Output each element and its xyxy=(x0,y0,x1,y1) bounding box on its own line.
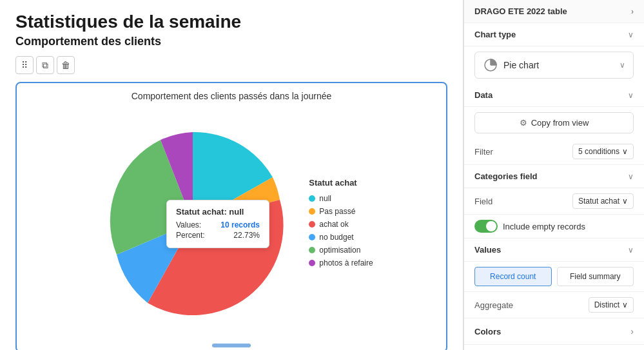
header-chevron-icon: › xyxy=(631,7,634,16)
legend-item-no-budget: no budget xyxy=(309,233,373,242)
pie-chart-icon xyxy=(483,57,498,73)
colors-arrow-icon: › xyxy=(630,326,634,336)
labels-section-row[interactable]: Labels ∨ xyxy=(464,345,644,350)
tooltip-percent-row: Percent: 22.73% xyxy=(176,231,260,240)
tooltip-percent-label: Percent: xyxy=(176,231,205,240)
chart-type-section-row[interactable]: Chart type ∨ xyxy=(464,23,644,46)
chart-area: Statut achat: null Values: 10 records Pe… xyxy=(24,106,438,338)
legend-item-optimisation: optimisation xyxy=(309,246,373,255)
field-label: Field xyxy=(474,197,493,206)
legend-item-pas-passe: Pas passé xyxy=(309,207,373,216)
legend-dot-optimisation xyxy=(309,247,315,253)
values-chevron-icon: ∨ xyxy=(628,246,634,255)
legend-label-achat-ok: achat ok xyxy=(319,220,348,229)
categories-chevron-icon: ∨ xyxy=(628,172,634,181)
page-title: Statistiques de la semaine xyxy=(0,0,463,35)
field-summary-button[interactable]: Field summary xyxy=(557,267,634,286)
aggregate-selector[interactable]: Distinct ∨ xyxy=(589,297,634,313)
legend-dot-achat-ok xyxy=(309,221,315,228)
scroll-indicator xyxy=(212,344,251,347)
aggregate-chevron-icon: ∨ xyxy=(622,300,628,309)
field-selector[interactable]: Statut achat ∨ xyxy=(572,193,634,209)
tooltip-values-label: Values: xyxy=(176,220,201,229)
chart-legend: Statut achat null Pas passé achat ok no … xyxy=(309,178,373,267)
include-empty-label: Include empty records xyxy=(503,222,585,231)
left-panel: Statistiques de la semaine Comportement … xyxy=(0,0,463,350)
aggregate-value: Distinct xyxy=(594,300,620,309)
legend-dot-pas-passe xyxy=(309,208,315,215)
tooltip-title: Statut achat: null xyxy=(176,207,260,217)
values-section-row[interactable]: Values ∨ xyxy=(464,238,644,262)
gear-icon: ⚙ xyxy=(520,118,527,128)
filter-value: 5 conditions xyxy=(578,147,620,156)
data-chevron-icon: ∨ xyxy=(628,91,634,100)
legend-dot-no-budget xyxy=(309,234,315,240)
aggregate-row: Aggregate Distinct ∨ xyxy=(464,292,644,318)
data-section-row[interactable]: Data ∨ xyxy=(464,84,644,107)
filter-row: Filter 5 conditions ∨ xyxy=(464,139,644,165)
legend-title: Statut achat xyxy=(309,178,373,188)
legend-label-pas-passe: Pas passé xyxy=(319,207,355,216)
chart-container: Comportement des clients passés dans la … xyxy=(15,82,447,350)
include-empty-toggle[interactable] xyxy=(474,220,498,233)
copy-button[interactable]: ⧉ xyxy=(36,56,54,74)
legend-item-photos: photos à refaire xyxy=(309,258,373,267)
data-label: Data xyxy=(474,90,493,100)
chart-type-label: Chart type xyxy=(474,30,516,39)
chart-type-dropdown-icon: ∨ xyxy=(620,61,625,70)
tooltip-percent: 22.73% xyxy=(233,231,260,240)
copy-from-view-button[interactable]: ⚙ Copy from view xyxy=(474,112,634,133)
chart-title: Comportement des clients passés dans la … xyxy=(24,91,438,101)
chart-type-left: Pie chart xyxy=(483,57,539,73)
right-panel-header: DRAGO ETE 2022 table › xyxy=(464,0,644,23)
drag-button[interactable]: ⠿ xyxy=(15,56,34,74)
chart-type-selector[interactable]: Pie chart ∨ xyxy=(474,52,634,79)
chart-tooltip: Statut achat: null Values: 10 records Pe… xyxy=(166,200,269,248)
delete-button[interactable]: 🗑 xyxy=(57,56,75,74)
filter-chevron-icon: ∨ xyxy=(622,147,628,156)
values-label: Values xyxy=(474,245,501,255)
legend-label-null: null xyxy=(319,194,331,203)
colors-row[interactable]: Colors › xyxy=(464,318,644,345)
categories-section-row[interactable]: Categories field ∨ xyxy=(464,165,644,188)
record-count-button[interactable]: Record count xyxy=(474,267,552,286)
colors-label: Colors xyxy=(474,327,501,336)
field-value: Statut achat xyxy=(578,197,620,206)
legend-label-photos: photos à refaire xyxy=(319,258,373,267)
legend-dot-null xyxy=(309,195,315,202)
filter-label: Filter xyxy=(474,147,493,157)
section-title: Comportement des clients xyxy=(0,35,463,53)
chart-toolbar: ⠿ ⧉ 🗑 xyxy=(0,53,463,79)
legend-label-optimisation: optimisation xyxy=(319,246,360,255)
chart-type-chevron-icon: ∨ xyxy=(628,30,634,39)
legend-item-null: null xyxy=(309,194,373,203)
legend-label-no-budget: no budget xyxy=(319,233,353,242)
right-header-title: DRAGO ETE 2022 table xyxy=(474,6,567,16)
legend-item-achat-ok: achat ok xyxy=(309,220,373,229)
values-buttons: Record count Field summary xyxy=(464,262,644,292)
include-empty-row: Include empty records xyxy=(464,215,644,238)
field-row: Field Statut achat ∨ xyxy=(464,188,644,215)
categories-label: Categories field xyxy=(474,171,538,181)
legend-dot-photos xyxy=(309,260,315,266)
aggregate-label: Aggregate xyxy=(474,300,513,310)
tooltip-values: 10 records xyxy=(220,220,260,229)
chart-type-value: Pie chart xyxy=(503,60,539,70)
field-chevron-icon: ∨ xyxy=(622,197,628,206)
copy-from-view-label: Copy from view xyxy=(531,118,589,128)
filter-selector[interactable]: 5 conditions ∨ xyxy=(572,144,634,159)
toggle-knob xyxy=(486,221,496,231)
right-panel: DRAGO ETE 2022 table › Chart type ∨ Pie … xyxy=(463,0,644,350)
tooltip-values-row: Values: 10 records xyxy=(176,220,260,229)
